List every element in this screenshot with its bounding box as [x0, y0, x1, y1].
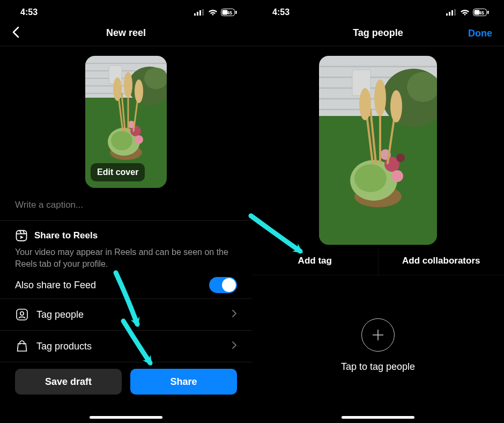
tap-to-tag-area: Tap to tag people: [252, 318, 504, 373]
status-icons: 45: [194, 9, 237, 16]
preview-image: [319, 56, 437, 245]
svg-rect-40: [451, 10, 453, 16]
page-title: New reel: [0, 27, 252, 39]
wifi-icon: [208, 9, 218, 16]
bottom-button-row: Save draft Share: [0, 362, 252, 395]
svg-point-21: [111, 131, 132, 150]
status-icons: 45: [446, 9, 489, 16]
svg-point-69: [374, 79, 386, 116]
svg-point-37: [20, 312, 24, 315]
home-indicator[interactable]: [342, 416, 414, 419]
svg-rect-39: [449, 12, 450, 16]
svg-rect-6: [235, 11, 237, 14]
svg-rect-36: [17, 309, 27, 320]
tag-preview-image[interactable]: [319, 56, 437, 245]
svg-rect-0: [194, 13, 196, 16]
share-to-reels-section: Share to Reels Your video may appear in …: [0, 221, 252, 298]
svg-text:45: 45: [479, 10, 484, 16]
reel-cover-thumbnail[interactable]: Edit cover: [85, 56, 167, 188]
add-collaborators-button[interactable]: Add collaborators: [378, 248, 505, 275]
svg-point-30: [124, 72, 132, 98]
edit-cover-button[interactable]: Edit cover: [91, 163, 145, 181]
svg-rect-1: [197, 12, 198, 16]
svg-point-23: [135, 135, 143, 144]
reel-cover-area: Edit cover: [0, 56, 252, 188]
status-time: 4:53: [20, 8, 38, 17]
plus-icon: [370, 327, 386, 342]
svg-point-29: [113, 77, 122, 101]
status-time: 4:53: [272, 8, 290, 17]
svg-point-61: [391, 170, 403, 182]
nav-header: Tag people Done: [252, 20, 504, 46]
svg-rect-38: [446, 13, 448, 16]
add-tag-button[interactable]: Add tag: [252, 248, 378, 275]
svg-rect-41: [454, 9, 456, 16]
caption-area: [0, 188, 252, 220]
wifi-icon: [460, 9, 470, 16]
also-share-feed-label: Also share to Feed: [15, 280, 96, 291]
chevron-left-icon: [12, 26, 19, 38]
phone-tag-people: 4:53 45 Tag people Done: [252, 0, 504, 423]
shopping-bag-icon: [15, 339, 29, 353]
svg-text:45: 45: [227, 10, 232, 16]
svg-point-59: [354, 164, 387, 192]
tag-preview-area: [252, 56, 504, 245]
phone-new-reel: 4:53 45 New reel: [0, 0, 252, 423]
done-button[interactable]: Done: [468, 27, 492, 39]
svg-point-31: [135, 79, 143, 103]
share-to-reels-description: Your video may appear in Reels and can b…: [15, 246, 237, 269]
battery-icon: 45: [473, 9, 489, 16]
signal-icon: [446, 9, 457, 16]
svg-rect-3: [202, 9, 204, 16]
svg-point-63: [396, 154, 405, 162]
tag-products-label: Tag products: [36, 341, 224, 352]
tag-products-row[interactable]: Tag products: [0, 331, 252, 362]
share-to-reels-heading: Share to Reels: [34, 230, 98, 241]
chevron-right-icon: [232, 341, 237, 352]
svg-rect-32: [17, 231, 27, 241]
svg-point-70: [390, 90, 402, 122]
page-title: Tag people: [252, 27, 504, 39]
segmented-row: Add tag Add collaborators: [252, 248, 504, 275]
status-bar: 4:53 45: [0, 0, 252, 20]
status-bar: 4:53 45: [252, 0, 504, 20]
svg-rect-44: [487, 11, 489, 14]
chevron-right-icon: [232, 309, 237, 320]
svg-point-18: [144, 68, 167, 89]
nav-header: New reel: [0, 20, 252, 46]
person-tag-icon: [15, 308, 29, 322]
tag-people-label: Tag people: [36, 309, 224, 320]
save-draft-button[interactable]: Save draft: [15, 369, 122, 395]
add-tag-plus-button[interactable]: [361, 318, 395, 352]
signal-icon: [194, 9, 205, 16]
battery-icon: 45: [221, 9, 237, 16]
reels-icon: [15, 229, 28, 242]
also-share-feed-toggle[interactable]: [209, 277, 237, 293]
home-indicator[interactable]: [90, 416, 162, 419]
tag-people-row[interactable]: Tag people: [0, 299, 252, 330]
svg-rect-2: [199, 10, 201, 16]
back-button[interactable]: [12, 26, 19, 40]
svg-point-68: [359, 88, 371, 120]
caption-input[interactable]: [15, 200, 237, 210]
tap-to-tag-label: Tap to tag people: [341, 361, 415, 373]
share-button[interactable]: Share: [130, 369, 237, 395]
